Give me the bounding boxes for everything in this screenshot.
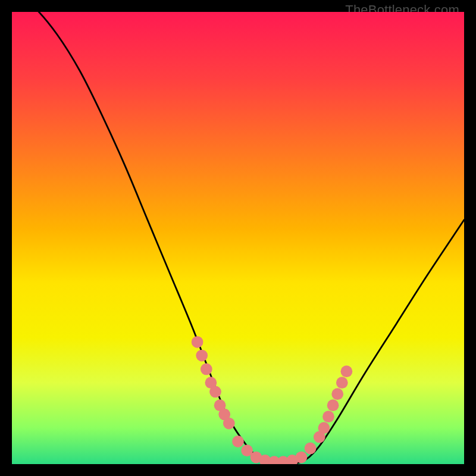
- highlight-dot: [232, 436, 244, 447]
- highlight-dot: [318, 422, 330, 434]
- chart-plot-area: [12, 12, 464, 464]
- highlight-dot: [341, 365, 353, 377]
- highlight-dot: [192, 336, 203, 348]
- highlight-dot: [296, 452, 308, 464]
- highlight-dot: [331, 388, 343, 400]
- highlight-dot: [201, 364, 212, 375]
- highlight-dots: [192, 336, 353, 464]
- chart-svg: [12, 12, 464, 464]
- highlight-dot: [196, 350, 208, 362]
- highlight-dot: [305, 443, 317, 455]
- highlight-dot: [209, 386, 221, 398]
- highlight-dot: [336, 377, 348, 389]
- highlight-dot: [327, 399, 339, 411]
- highlight-dot: [223, 418, 235, 430]
- bottleneck-curve: [12, 12, 464, 464]
- highlight-dot: [322, 411, 334, 422]
